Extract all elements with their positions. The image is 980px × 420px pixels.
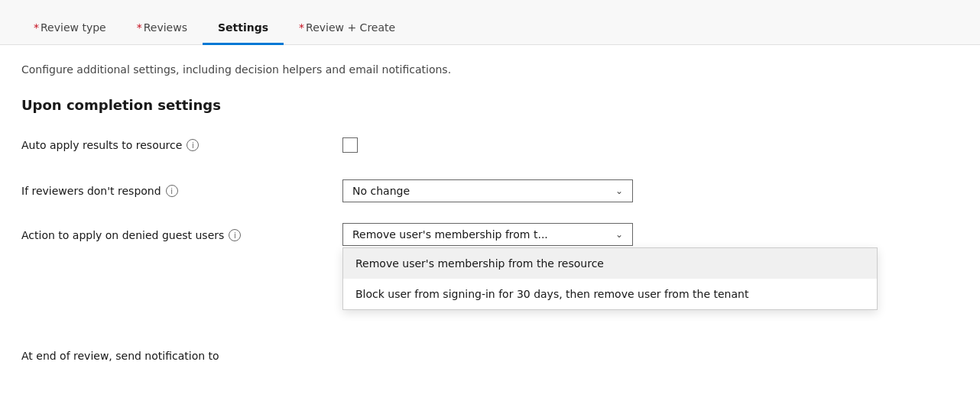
tab-navigation: *Review type *Reviews Settings *Review +… xyxy=(0,0,980,45)
auto-apply-row: Auto apply results to resource i xyxy=(21,131,667,159)
reviewers-label: If reviewers don't respond xyxy=(21,185,161,197)
reviewers-info-icon[interactable]: i xyxy=(166,185,178,197)
main-content: Configure additional settings, including… xyxy=(0,45,688,406)
reviewers-chevron-icon: ⌄ xyxy=(615,186,623,196)
reviewers-label-group: If reviewers don't respond i xyxy=(21,185,342,197)
reviewers-respond-row: If reviewers don't respond i No change ⌄ xyxy=(21,177,667,205)
action-dropdown-trigger[interactable]: Remove user's membership from t... ⌄ xyxy=(342,223,633,246)
description-text: Configure additional settings, including… xyxy=(21,63,667,76)
section-title: Upon completion settings xyxy=(21,97,667,113)
action-dropdown-value: Remove user's membership from t... xyxy=(352,228,548,241)
tab-settings-label: Settings xyxy=(218,21,268,34)
notification-label: At end of review, send notification to xyxy=(21,350,219,362)
auto-apply-info-icon[interactable]: i xyxy=(187,139,199,151)
tab-reviews-label: Reviews xyxy=(144,21,187,34)
reviewers-dropdown: No change ⌄ xyxy=(342,179,633,202)
action-row: Action to apply on denied guest users i … xyxy=(21,223,667,250)
notification-label-group: At end of review, send notification to xyxy=(21,350,342,362)
action-label-group: Action to apply on denied guest users i xyxy=(21,223,342,241)
action-chevron-icon: ⌄ xyxy=(615,229,623,240)
reviewers-dropdown-trigger[interactable]: No change ⌄ xyxy=(342,179,633,202)
required-star: * xyxy=(299,21,304,34)
dropdown-option-remove-label: Remove user's membership from the resour… xyxy=(355,257,604,270)
action-info-icon[interactable]: i xyxy=(229,229,241,241)
required-star: * xyxy=(137,21,142,34)
auto-apply-label-group: Auto apply results to resource i xyxy=(21,139,342,151)
tab-review-type[interactable]: *Review type xyxy=(18,12,122,45)
tab-review-type-label: Review type xyxy=(41,21,106,34)
dropdown-option-block-label: Block user from signing-in for 30 days, … xyxy=(355,288,748,300)
tab-reviews[interactable]: *Reviews xyxy=(122,12,203,45)
dropdown-option-block[interactable]: Block user from signing-in for 30 days, … xyxy=(343,279,877,309)
tab-review-create-label: Review + Create xyxy=(306,21,395,34)
auto-apply-checkbox[interactable] xyxy=(342,137,358,153)
action-dropdown-menu: Remove user's membership from the resour… xyxy=(342,247,878,310)
notification-row: At end of review, send notification to xyxy=(21,342,667,370)
action-label: Action to apply on denied guest users xyxy=(21,229,224,241)
tab-review-create[interactable]: *Review + Create xyxy=(284,12,410,45)
auto-apply-label: Auto apply results to resource xyxy=(21,139,182,151)
action-dropdown: Remove user's membership from t... ⌄ Rem… xyxy=(342,223,633,246)
required-star: * xyxy=(34,21,39,34)
reviewers-dropdown-value: No change xyxy=(352,185,410,197)
dropdown-option-remove[interactable]: Remove user's membership from the resour… xyxy=(343,248,877,279)
tab-settings[interactable]: Settings xyxy=(203,12,284,45)
